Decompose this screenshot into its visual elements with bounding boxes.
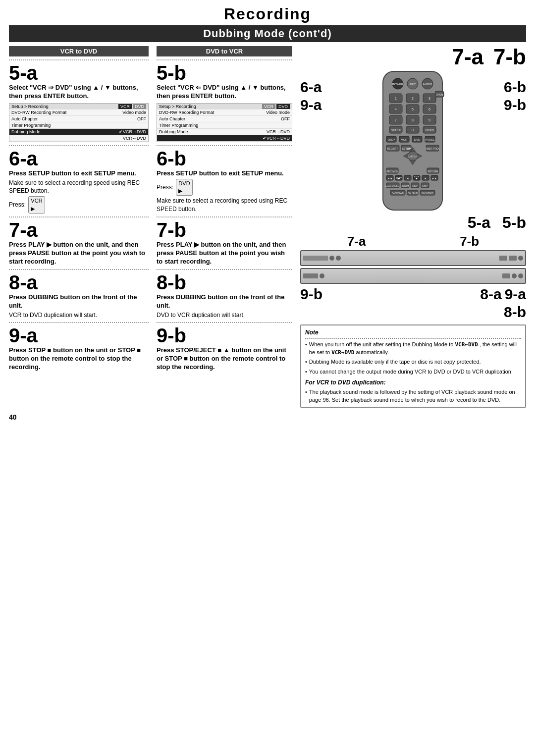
svg-text:SETUP: SETUP <box>402 147 411 150</box>
svg-text:STOP: STOP <box>414 175 420 178</box>
step-7a-instruction: Press PLAY ▶ button on the unit, and the… <box>9 241 149 266</box>
svg-text:SKIP: SKIP <box>412 184 418 187</box>
svg-text:3: 3 <box>428 97 430 100</box>
step-8a-instruction: Press DUBBING button on the front of the… <box>9 293 149 310</box>
right-label-8a: 8-a <box>480 286 501 303</box>
svg-text:TIMER PROG: TIMER PROG <box>425 147 440 150</box>
step-5a-instruction: Select "VCR ⇒ DVD" using ▲ / ▼ buttons, … <box>9 84 149 101</box>
step-5a-label: 5-a <box>9 63 149 83</box>
mid-steps-left: 6-a 9-a <box>300 79 321 113</box>
right-label-9a-top: 9-a <box>300 97 321 113</box>
step-9a-instruction: Press STOP ■ button on the unit or STOP … <box>9 346 149 372</box>
page-container: Recording Dubbing Mode (cont'd) VCR to D… <box>0 0 535 432</box>
menu-row-chapter: Auto ChapterOFF <box>9 116 148 122</box>
page-number: 40 <box>9 413 17 421</box>
mid-menu-row-dubbing-selected: ✔VCR←DVD <box>157 135 292 142</box>
step-9b-instruction: Press STOP/EJECT ■ ▲ button on the unit … <box>157 346 292 372</box>
mid-menu-tab-dvd: DVD <box>276 104 290 109</box>
svg-text:DVD: DVD <box>414 138 421 141</box>
svg-text:◄◄: ◄◄ <box>387 177 392 180</box>
step-7a-label: 7-a <box>9 220 149 240</box>
svg-text:SPACE: SPACE <box>391 129 401 132</box>
svg-text:VIDEO: VIDEO <box>425 129 434 132</box>
remote-graphic-wrapper: POWER REC AUDIO OPEN 1 2 3 <box>323 69 502 213</box>
note-box: Note • When you turn off the unit after … <box>300 324 526 408</box>
page-title: Recording <box>9 5 526 23</box>
step-6b-text: Make sure to select a recording speed us… <box>157 197 292 214</box>
mid-menu-row-timer: Timer Programming <box>157 122 292 129</box>
dvd-controls <box>502 273 523 278</box>
subtitle-banner: Dubbing Mode (cont'd) <box>9 25 526 42</box>
vcr-ctrl-1 <box>499 256 507 261</box>
right-label-5b: 5-b <box>502 214 526 232</box>
step-8a-label: 8-a <box>9 272 149 292</box>
bottom-5-labels: 5-a 5-b <box>300 214 526 232</box>
svg-text:REC/OTR: REC/OTR <box>387 147 399 150</box>
dvd-slot <box>303 273 318 278</box>
menu-header: Setup > Recording VCR DVD <box>9 104 148 109</box>
mid-menu-tab-vcr: VCR <box>262 104 275 109</box>
svg-text:1: 1 <box>395 97 397 100</box>
step-6a-press: Press: VCR▶ <box>9 196 149 214</box>
remote-with-labels: 6-a 9-a POWER REC AUDIO <box>300 69 526 213</box>
svg-text:REC MON: REC MON <box>386 170 398 173</box>
vcr-controls <box>499 256 523 261</box>
mid-dotted-3 <box>157 216 292 217</box>
right-label-9b-top: 9-b <box>504 97 526 113</box>
note-title: Note <box>305 328 521 337</box>
svg-text:◄: ◄ <box>407 177 409 180</box>
svg-text:0: 0 <box>412 128 414 132</box>
label-8b-row: 8-b <box>300 304 526 321</box>
note-dotted-divider <box>305 338 521 339</box>
step-6b-press: Press: DVD▶ <box>157 179 292 196</box>
step-6a-label: 6-a <box>9 149 149 168</box>
svg-text:ENTER: ENTER <box>408 155 418 158</box>
mid-steps-right: 6-b 9-b <box>504 79 526 113</box>
remote-svg: POWER REC AUDIO OPEN 1 2 3 <box>375 69 450 213</box>
device-diagrams-section: 7-a 7-b <box>300 234 526 284</box>
svg-text:4: 4 <box>395 108 397 111</box>
svg-text:7: 7 <box>395 118 397 122</box>
vcr-device-diagram <box>300 250 526 266</box>
svg-text:6: 6 <box>428 108 430 111</box>
svg-text:►►: ►► <box>432 177 437 180</box>
vcr-button-1 <box>329 256 334 261</box>
right-label-5a: 5-a <box>468 214 490 232</box>
svg-text:POWER: POWER <box>392 83 404 86</box>
svg-text:VCR: VCR <box>401 138 408 141</box>
svg-text:DISP: DISP <box>388 138 395 141</box>
svg-text:ZOOM: ZOOM <box>402 184 409 187</box>
step-8b-label: 8-b <box>157 272 292 292</box>
vcr-ctrl-2 <box>509 256 517 261</box>
step-5b-instruction: Select "VCR ⇐ DVD" using ▲ / ▼ buttons, … <box>157 84 292 101</box>
device-labels: 7-a 7-b <box>300 234 526 249</box>
step-7b-label: 7-b <box>157 220 292 240</box>
mid-column: DVD to VCR 5-b Select "VCR ⇐ DVD" using … <box>153 46 296 408</box>
right-label-9a-bottom: 9-a <box>505 286 526 303</box>
menu-row-dubbing-selected: Dubbing Mode✔VCR→DVD <box>9 129 148 135</box>
right-step-labels-col: 6-b 9-b <box>504 79 526 113</box>
svg-text:CLEAR/RESET: CLEAR/RESET <box>385 185 401 187</box>
step-7b-instruction: Press PLAY ▶ button on the unit, and the… <box>157 241 292 266</box>
vcr-button-2 <box>336 256 341 261</box>
left-column: VCR to DVD 5-a Select "VCR ⇒ DVD" using … <box>9 46 153 408</box>
svg-text:RETURN: RETURN <box>428 170 438 173</box>
bottom-step-labels: 9-b 8-a 9-a <box>300 286 526 303</box>
dotted-divider-5 <box>9 322 149 323</box>
dvd-device-diagram <box>300 268 526 284</box>
step-9b-label: 9-b <box>157 325 292 345</box>
right-label-6b: 6-b <box>504 79 526 96</box>
note-vcr-dvd-title: For VCR to DVD duplication: <box>305 378 521 387</box>
mid-menu-row-dubbing: Dubbing ModeVCR→DVD <box>157 129 292 135</box>
right-label-9b-bottom: 9-b <box>300 286 322 303</box>
svg-text:CM SKIP: CM SKIP <box>408 192 418 195</box>
step-6b-label: 6-b <box>157 149 292 168</box>
step-6a-instruction: Press SETUP button to exit SETUP menu. <box>9 169 149 178</box>
mid-menu-row-format: DVD-RW Recording FormatVideo mode <box>157 109 292 116</box>
dvd-ctrl-3 <box>518 273 523 278</box>
note-bullet-2: • Dubbing Mode is available only if the … <box>305 358 521 366</box>
mid-dotted-1 <box>157 59 292 60</box>
svg-text:SKIP: SKIP <box>422 184 428 187</box>
right-label-6a: 6-a <box>300 79 321 96</box>
dvd-ctrl-2 <box>512 273 517 278</box>
